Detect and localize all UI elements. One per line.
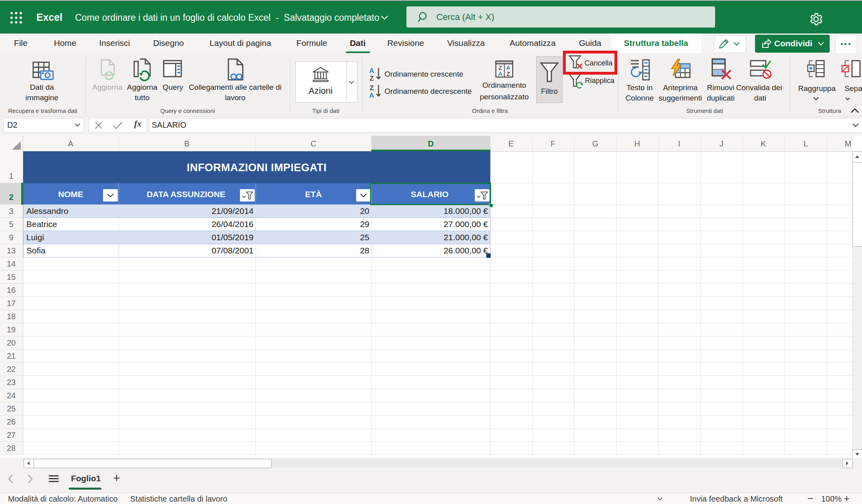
svg-text:Z: Z [370,75,374,82]
svg-text:Z: Z [506,70,510,77]
svg-text:A: A [369,92,374,99]
svg-text:A: A [498,70,503,77]
svg-text:Z: Z [370,84,374,92]
svg-text:A: A [369,67,374,75]
